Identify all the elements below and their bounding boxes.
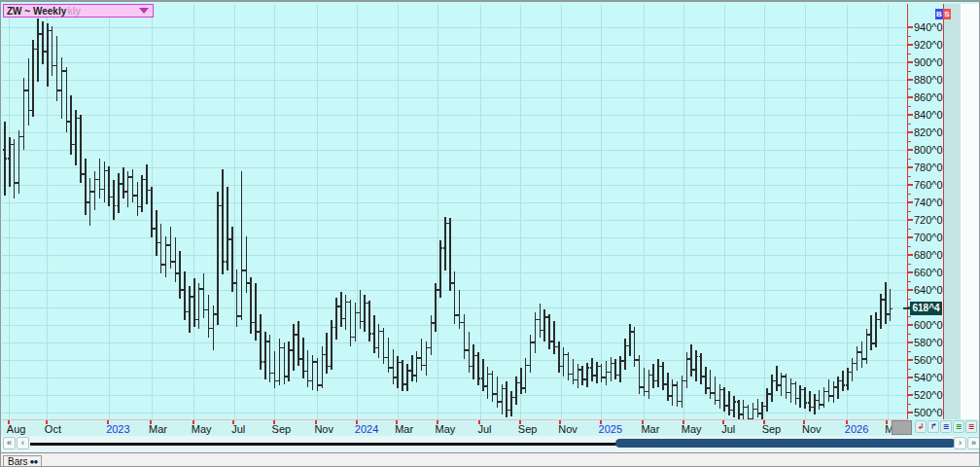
time-month-label: Nov bbox=[314, 423, 333, 435]
pan-back-button[interactable]: ↲ bbox=[915, 420, 927, 433]
price-tick-label: 800^0 bbox=[914, 144, 943, 156]
price-major-tick bbox=[908, 131, 913, 133]
time-month-label: Sep bbox=[518, 423, 538, 435]
scroll-right-end-button[interactable]: » bbox=[967, 437, 980, 449]
chart-mini-toolbar: ↲↱≡≡≡ bbox=[915, 420, 977, 433]
price-minor-tick bbox=[908, 36, 911, 37]
time-month-label: Sep bbox=[272, 423, 292, 435]
price-minor-tick bbox=[908, 211, 911, 212]
price-major-tick bbox=[908, 254, 913, 256]
price-major-tick bbox=[908, 289, 913, 291]
buy-button[interactable]: B bbox=[935, 9, 943, 19]
price-minor-tick bbox=[908, 159, 911, 160]
time-month-label: Jul bbox=[721, 423, 735, 435]
scroll-left-button[interactable]: ‹ bbox=[17, 437, 29, 449]
time-axis[interactable]: AugOct2023MarMayJulSepNov2024MarMayJulSe… bbox=[1, 419, 980, 436]
price-major-tick bbox=[908, 79, 913, 81]
price-tick-label: 540^0 bbox=[914, 372, 943, 383]
price-tick-label: 640^0 bbox=[914, 284, 943, 296]
dropdown-caret-icon bbox=[139, 8, 149, 14]
price-major-tick bbox=[908, 184, 913, 186]
last-price-tick bbox=[903, 307, 910, 309]
price-minor-tick bbox=[908, 369, 911, 370]
time-month-label: Nov bbox=[558, 423, 578, 435]
horizontal-scrollbar[interactable]: « ‹ › » bbox=[1, 436, 980, 452]
price-major-tick bbox=[908, 271, 913, 273]
price-minor-tick bbox=[908, 281, 911, 282]
price-major-tick bbox=[908, 114, 913, 116]
price-minor-tick bbox=[908, 89, 911, 90]
price-minor-tick bbox=[908, 351, 911, 352]
price-tick-label: 600^0 bbox=[914, 319, 943, 331]
price-tick-label: 820^0 bbox=[914, 126, 943, 138]
price-tick-label: 760^0 bbox=[914, 179, 943, 191]
price-minor-tick bbox=[908, 106, 911, 107]
time-month-label: Mar bbox=[641, 423, 659, 435]
time-month-label: May bbox=[192, 423, 212, 435]
price-major-tick bbox=[908, 324, 913, 326]
price-tick-label: 560^0 bbox=[914, 354, 943, 366]
price-tick-label: 920^0 bbox=[914, 39, 943, 51]
time-year-label: 2026 bbox=[845, 423, 868, 435]
right-panel-separator-line bbox=[943, 4, 944, 420]
price-major-tick bbox=[908, 96, 913, 98]
time-month-label: Nov bbox=[802, 423, 822, 435]
right-scale-strip[interactable] bbox=[944, 4, 961, 420]
last-price-label: 618^4 bbox=[910, 302, 942, 315]
scroll-left-end-button[interactable]: « bbox=[3, 437, 16, 449]
time-month-label: Mar bbox=[395, 423, 413, 435]
bars-tab-label: Bars bbox=[8, 456, 28, 467]
bars-tab-indicator-dots: ●● bbox=[30, 456, 38, 467]
price-minor-tick bbox=[908, 264, 911, 265]
status-bar: Bars ●● bbox=[1, 452, 980, 467]
compress-scale-button[interactable]: ≡ bbox=[940, 420, 952, 433]
buy-sell-badge: B S bbox=[935, 9, 951, 19]
price-major-tick bbox=[908, 26, 913, 28]
price-major-tick bbox=[908, 166, 913, 168]
time-month-label: Sep bbox=[762, 423, 782, 435]
scroll-right-button[interactable]: › bbox=[954, 437, 966, 449]
price-tick-label: 720^0 bbox=[914, 214, 943, 226]
price-major-tick bbox=[908, 44, 913, 46]
price-minor-tick bbox=[908, 176, 911, 177]
price-minor-tick bbox=[908, 246, 911, 247]
price-major-tick bbox=[908, 412, 913, 413]
price-major-tick bbox=[908, 219, 913, 221]
pan-forward-button[interactable]: ↱ bbox=[928, 420, 939, 433]
price-minor-tick bbox=[908, 229, 911, 230]
time-month-label: May bbox=[682, 423, 702, 435]
price-tick-label: 940^0 bbox=[914, 21, 943, 33]
price-minor-tick bbox=[908, 71, 911, 72]
price-axis[interactable]: 940^0920^0900^0880^0860^0840^0820^0800^0… bbox=[908, 2, 943, 420]
reset-scale-button[interactable]: ≡ bbox=[965, 420, 977, 433]
time-year-label: 2025 bbox=[599, 423, 622, 435]
price-major-tick bbox=[908, 201, 913, 203]
chart-plot[interactable] bbox=[2, 2, 907, 420]
sell-button[interactable]: S bbox=[943, 9, 951, 19]
axis-scroll-handle[interactable] bbox=[892, 420, 912, 435]
expand-scale-button[interactable]: ≡ bbox=[953, 420, 964, 433]
time-month-label: Aug bbox=[7, 423, 26, 435]
price-minor-tick bbox=[908, 316, 911, 317]
time-year-label: 2023 bbox=[106, 423, 129, 435]
price-minor-tick bbox=[908, 299, 911, 300]
price-tick-label: 880^0 bbox=[914, 74, 943, 86]
price-major-tick bbox=[908, 149, 913, 151]
symbol-timeframe-label: ZW ~ Weekly bbox=[7, 6, 66, 17]
price-minor-tick bbox=[908, 334, 911, 335]
scrollbar-thumb[interactable] bbox=[615, 439, 956, 448]
price-major-tick bbox=[908, 236, 913, 238]
chart-window: ZW ~ Weekly kly B S 940^0920^0900^0880^0… bbox=[0, 0, 980, 467]
time-year-label: 2024 bbox=[355, 423, 378, 435]
time-month-label: Jul bbox=[231, 423, 245, 435]
price-major-tick bbox=[908, 61, 913, 63]
price-major-tick bbox=[908, 341, 913, 343]
price-tick-label: 860^0 bbox=[914, 91, 943, 103]
price-tick-label: 700^0 bbox=[914, 232, 943, 243]
price-major-tick bbox=[908, 377, 913, 378]
bars-tab[interactable]: Bars ●● bbox=[3, 455, 42, 467]
symbol-timeframe-dropdown[interactable]: ZW ~ Weekly kly bbox=[3, 4, 154, 18]
right-margin bbox=[961, 4, 980, 420]
price-minor-tick bbox=[908, 404, 911, 405]
scrollbar-track[interactable] bbox=[30, 443, 617, 446]
